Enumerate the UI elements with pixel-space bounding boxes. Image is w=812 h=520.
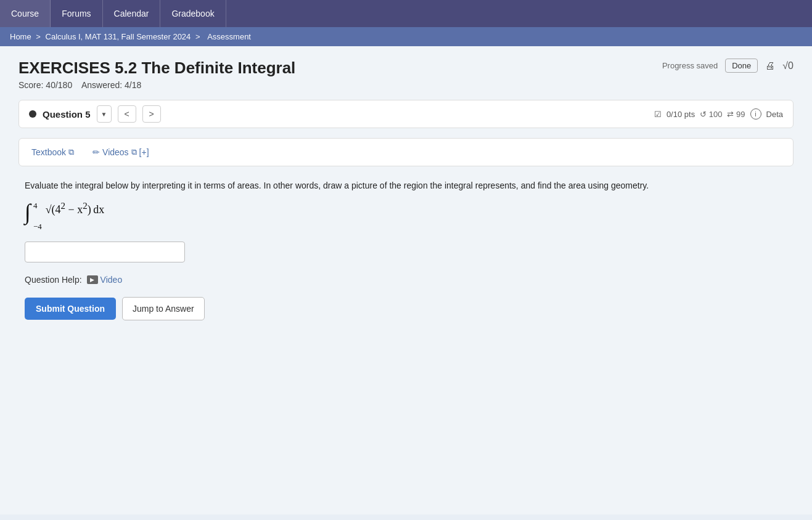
question-text: Evaluate the integral below by interpret… [25, 179, 787, 192]
textbook-link[interactable]: Textbook ⧉ [31, 147, 74, 157]
answer-input[interactable] [25, 242, 185, 262]
prev-question-button[interactable]: < [118, 105, 136, 123]
details-link[interactable]: Deta [766, 110, 783, 119]
video-link[interactable]: ▶ Video [87, 275, 123, 285]
question-help-label: Question Help: [25, 275, 82, 285]
question-dropdown-button[interactable]: ▼ [97, 105, 112, 123]
breadcrumb-course[interactable]: Calculus I, MAT 131, Fall Semester 2024 [46, 32, 191, 41]
videos-external-icon: ⧉ [131, 147, 137, 157]
pencil-icon: ✏ [92, 147, 100, 157]
nav-tab-calendar[interactable]: Calendar [103, 0, 161, 27]
buttons-row: Submit Question Jump to Answer [25, 297, 787, 320]
answered-label: Answered: 4/18 [81, 80, 141, 90]
breadcrumb-current: Assessment [207, 32, 251, 41]
video-play-icon: ▶ [87, 275, 98, 284]
print-icon[interactable]: 🖨 [765, 60, 775, 71]
exercise-score: Score: 40/180 Answered: 4/18 [18, 80, 295, 90]
header-right: Progress saved Done 🖨 √0 [662, 59, 794, 73]
jump-to-answer-button[interactable]: Jump to Answer [122, 297, 205, 320]
exercise-title-block: EXERCISES 5.2 The Definite Integral Scor… [18, 59, 295, 90]
integral-symbol: ∫ [25, 201, 31, 223]
check-icon: ☑ [654, 110, 662, 119]
main-content: EXERCISES 5.2 The Definite Integral Scor… [0, 46, 812, 514]
score-label: Score: 40/180 [18, 80, 72, 90]
integrand: √(42 − x2) dx [46, 201, 105, 216]
videos-link[interactable]: ✏ Videos ⧉ [+] [92, 147, 149, 157]
resources-box: Textbook ⧉ ✏ Videos ⧉ [+] [18, 138, 794, 166]
nav-tab-gradebook[interactable]: Gradebook [160, 0, 226, 27]
info-icon[interactable]: i [750, 108, 761, 120]
textbook-label: Textbook [31, 147, 66, 157]
upper-limit: 4 [33, 201, 38, 211]
question-label: Question 5 [43, 109, 91, 120]
question-help: Question Help: ▶ Video [25, 275, 787, 285]
exercise-header: EXERCISES 5.2 The Definite Integral Scor… [18, 59, 794, 90]
add-label[interactable]: [+] [139, 147, 149, 157]
question-nav-bar: Question 5 ▼ < > ☑ 0/10 pts ↺ 100 ⇄ 99 i… [18, 100, 794, 128]
question-nav-left: Question 5 ▼ < > [29, 105, 161, 123]
exercise-title: EXERCISES 5.2 The Definite Integral [18, 59, 295, 78]
nav-tab-course[interactable]: Course [0, 0, 51, 27]
history-icon[interactable]: ⇄ 99 [727, 110, 745, 119]
textbook-external-icon: ⧉ [68, 147, 74, 157]
breadcrumb-home[interactable]: Home [10, 32, 31, 41]
lower-limit: −4 [33, 222, 42, 232]
next-question-button[interactable]: > [142, 105, 161, 123]
question-status-dot [29, 110, 36, 118]
video-label: Video [100, 275, 123, 285]
breadcrumb: Home > Calculus I, MAT 131, Fall Semeste… [0, 27, 812, 46]
math-formula: ∫ 4 −4 √(42 − x2) dx [25, 201, 787, 232]
question-nav-right: ☑ 0/10 pts ↺ 100 ⇄ 99 i Deta [654, 108, 783, 120]
integral-expression: ∫ 4 −4 √(42 − x2) dx [25, 201, 104, 232]
submit-question-button[interactable]: Submit Question [25, 298, 116, 320]
videos-label: Videos [102, 147, 129, 157]
top-navigation: Course Forums Calendar Gradebook [0, 0, 812, 27]
retry-icon[interactable]: ↺ 100 [700, 110, 722, 119]
done-button[interactable]: Done [725, 59, 758, 73]
progress-saved: Progress saved [662, 61, 718, 70]
integral-limits: 4 −4 [33, 201, 42, 232]
question-content: Evaluate the integral below by interpret… [18, 179, 794, 320]
sqrt-icon: √0 [782, 60, 794, 71]
nav-tab-forums[interactable]: Forums [51, 0, 102, 27]
pts-badge: 0/10 pts [666, 110, 695, 119]
